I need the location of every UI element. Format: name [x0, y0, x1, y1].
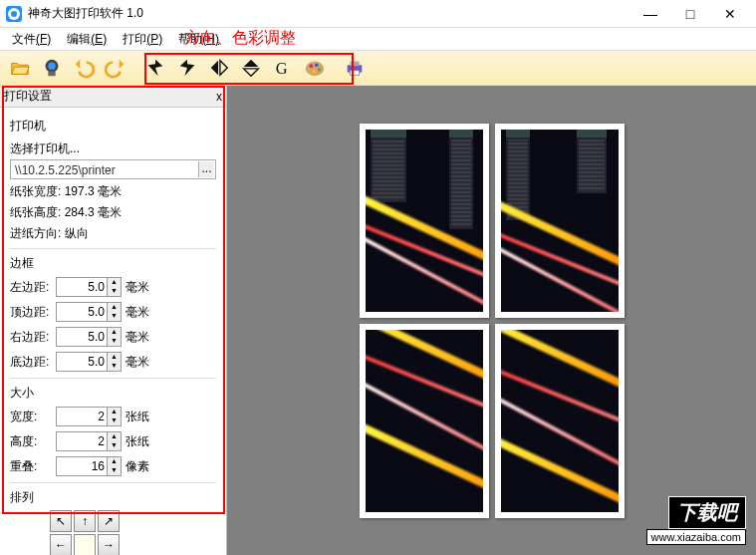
menu-file[interactable]: 文件(F) [4, 29, 59, 50]
feed-direction-label: 进纸方向: 纵向 [10, 225, 216, 242]
watermark: 下载吧 www.xiazaiba.com [646, 496, 746, 545]
select-printer-label: 选择打印机... [10, 140, 216, 157]
overlap-unit: 像素 [126, 458, 149, 475]
right-margin-unit: 毫米 [126, 329, 149, 346]
printer-dropdown[interactable]: \\10.2.5.225\printer [10, 159, 216, 179]
panel-close-button[interactable]: x [216, 90, 222, 104]
paper-width-label: 纸张宽度: 197.3 毫米 [10, 183, 216, 200]
height-input[interactable]: 2▲▼ [56, 431, 122, 451]
height-unit: 张纸 [126, 433, 149, 450]
bottom-margin-unit: 毫米 [126, 354, 149, 371]
tile-2 [495, 124, 625, 318]
menu-edit[interactable]: 编辑(E) [59, 29, 115, 50]
svg-point-1 [11, 11, 17, 17]
arrange-grid: ↖ ↑ ↗ ← → ↙ ↓ ↘ [50, 510, 216, 555]
left-margin-label: 左边距: [10, 279, 56, 296]
app-icon [6, 6, 22, 22]
arrange-left[interactable]: ← [50, 534, 72, 555]
paper-height-label: 纸张高度: 284.3 毫米 [10, 204, 216, 221]
watermark-logo: 下载吧 [668, 496, 746, 529]
printer-section-label: 打印机 [10, 118, 216, 135]
minimize-button[interactable]: — [630, 0, 670, 28]
tile-3 [360, 324, 489, 518]
svg-point-3 [48, 63, 55, 70]
maximize-button[interactable]: □ [670, 0, 710, 28]
redo-button[interactable] [102, 54, 129, 82]
watermark-url: www.xiazaiba.com [646, 529, 746, 545]
arrange-center[interactable] [74, 534, 96, 555]
top-margin-input[interactable]: 5.0▲▼ [56, 302, 122, 322]
toolbar: G [0, 50, 756, 86]
size-section-label: 大小 [10, 385, 216, 402]
print-settings-panel: 打印设置 x 打印机 选择打印机... \\10.2.5.225\printer… [0, 86, 227, 555]
border-section-label: 边框 [10, 255, 216, 272]
width-input[interactable]: 2▲▼ [56, 407, 122, 426]
window-title: 神奇大图打印软件 1.0 [28, 5, 630, 22]
menu-print[interactable]: 打印(P) [115, 29, 170, 50]
right-margin-input[interactable]: 5.0▲▼ [56, 327, 122, 347]
left-margin-unit: 毫米 [126, 279, 149, 296]
open-file-button[interactable] [6, 54, 34, 82]
preview-canvas [227, 86, 756, 555]
highlight-orientation-color-tools [144, 53, 354, 85]
bottom-margin-input[interactable]: 5.0▲▼ [56, 352, 122, 372]
left-margin-input[interactable]: 5.0▲▼ [56, 277, 122, 297]
right-margin-label: 右边距: [10, 329, 56, 346]
bottom-margin-label: 底边距: [10, 354, 56, 371]
panel-title: 打印设置 [4, 88, 52, 105]
tile-grid [360, 124, 625, 518]
arrange-up[interactable]: ↑ [74, 510, 96, 532]
top-margin-label: 顶边距: [10, 304, 56, 321]
overlap-input[interactable]: 16▲▼ [56, 456, 122, 476]
camera-button[interactable] [38, 54, 66, 82]
menubar: 文件(F) 编辑(E) 打印(P) 帮助(H) [0, 28, 756, 50]
arrange-up-left[interactable]: ↖ [50, 510, 72, 532]
titlebar: 神奇大图打印软件 1.0 — □ ✕ [0, 0, 756, 28]
tile-1 [360, 124, 489, 318]
arrange-up-right[interactable]: ↗ [98, 510, 120, 532]
arrange-section-label: 排列 [10, 489, 216, 506]
tile-4 [495, 324, 625, 518]
width-unit: 张纸 [126, 409, 149, 425]
width-label: 宽度: [10, 409, 56, 425]
height-label: 高度: [10, 433, 56, 450]
undo-button[interactable] [70, 54, 98, 82]
overlap-label: 重叠: [10, 458, 56, 475]
svg-rect-4 [48, 72, 55, 77]
printer-browse-button[interactable]: ... [198, 161, 214, 177]
annotation-text: 方向、色彩调整 [184, 28, 296, 49]
arrange-right[interactable]: → [98, 534, 120, 555]
top-margin-unit: 毫米 [126, 304, 149, 321]
close-button[interactable]: ✕ [710, 0, 750, 28]
